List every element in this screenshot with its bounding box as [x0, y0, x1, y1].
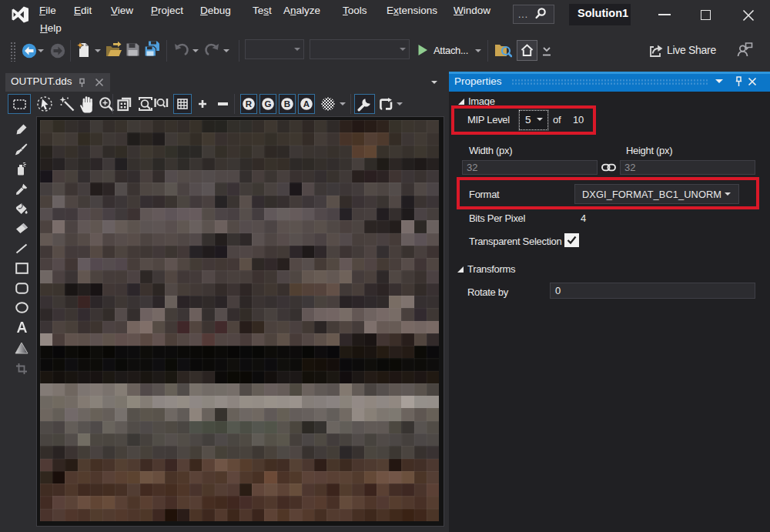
svg-text:A: A: [303, 99, 310, 109]
svg-text:R: R: [246, 99, 253, 109]
svg-text:B: B: [284, 99, 290, 109]
svg-text:G: G: [265, 99, 272, 109]
